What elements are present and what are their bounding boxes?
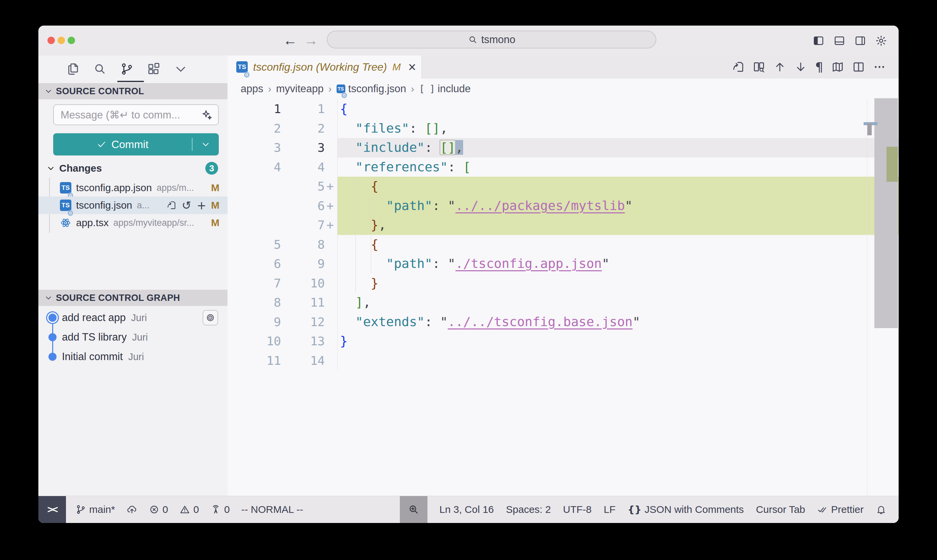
remote-indicator[interactable]: >< xyxy=(38,496,66,523)
scrollbar-thumb[interactable] xyxy=(874,98,898,328)
toggle-left-sidebar-icon[interactable] xyxy=(812,35,825,47)
code-text: } xyxy=(340,274,378,293)
minimize-window-button[interactable] xyxy=(58,37,65,44)
warning-icon xyxy=(179,504,190,515)
activity-bar-source-control-icon[interactable] xyxy=(120,62,134,76)
discard-icon[interactable]: ↺ xyxy=(182,200,191,211)
command-center-search[interactable]: tsmono xyxy=(327,31,656,48)
compare-editor-icon[interactable] xyxy=(752,61,765,73)
navigate-forward-button[interactable]: → xyxy=(304,32,318,48)
source-control-graph-header[interactable]: SOURCE CONTROL GRAPH xyxy=(38,290,228,306)
errors-status[interactable]: 0 xyxy=(149,504,168,515)
code-line-3[interactable]: 33 "include": [], xyxy=(228,138,899,157)
close-window-button[interactable] xyxy=(48,37,55,44)
code-line-12[interactable]: 912 "extends": "../../tsconfig.base.json… xyxy=(228,312,899,332)
file-name: tsconfig.json xyxy=(76,200,132,211)
breadcrumb-item-include[interactable]: [ ]include xyxy=(419,83,471,95)
code-line-4[interactable]: 44 "references": [ xyxy=(228,157,899,177)
overview-ruler-added-marker xyxy=(886,147,898,182)
code-line-5[interactable]: 5+ { xyxy=(228,177,899,196)
toggle-bottom-panel-icon[interactable] xyxy=(833,35,845,47)
new-line-number: 11 xyxy=(283,293,325,312)
cursor-tab-status[interactable]: Cursor Tab xyxy=(756,504,805,515)
formatter-status[interactable]: Prettier xyxy=(817,504,864,515)
sparkle-icon[interactable] xyxy=(201,109,213,120)
code-line-7[interactable]: 7+ }, xyxy=(228,215,899,235)
open-file-icon[interactable] xyxy=(166,200,176,210)
checkout-target-button[interactable] xyxy=(203,310,218,325)
open-file-icon[interactable] xyxy=(732,61,745,73)
old-line-number: 2 xyxy=(239,119,281,138)
stage-icon[interactable]: + xyxy=(197,200,207,211)
old-line-number: 8 xyxy=(239,293,281,312)
indent-guide xyxy=(371,196,371,273)
changes-count-badge: 3 xyxy=(205,162,218,175)
tab-close-button[interactable]: × xyxy=(408,60,416,74)
zoom-window-button[interactable] xyxy=(68,37,75,44)
code-line-2[interactable]: 22 "files": [], xyxy=(228,119,899,138)
new-line-number: 9 xyxy=(283,254,325,274)
changes-label: Changes xyxy=(59,163,102,174)
code-line-1[interactable]: 11{ xyxy=(228,99,899,119)
code-line-9[interactable]: 69 "path": "./tsconfig.app.json" xyxy=(228,254,899,274)
branch-status[interactable]: main* xyxy=(75,504,115,515)
commit-message-input[interactable]: Message (⌘↵ to comm... xyxy=(53,104,219,125)
commit-button[interactable]: Commit xyxy=(53,133,219,155)
code-line-11[interactable]: 811 ], xyxy=(228,293,899,312)
source-control-section-header[interactable]: SOURCE CONTROL xyxy=(38,83,228,99)
changes-section-header[interactable]: Changes 3 xyxy=(38,161,228,176)
code-line-14[interactable]: 1114 xyxy=(228,351,899,371)
added-line-plus: + xyxy=(326,196,334,216)
error-icon xyxy=(149,504,160,515)
breadcrumb-item-myviteapp[interactable]: myviteapp xyxy=(276,83,323,95)
breadcrumb-item-tsconfig.json[interactable]: TS⚙tsconfig.json xyxy=(337,83,406,95)
breadcrumb-item-apps[interactable]: apps xyxy=(241,83,263,95)
settings-gear-icon[interactable] xyxy=(875,35,887,47)
file-path: apps/m... xyxy=(157,183,206,193)
encoding-status[interactable]: UTF-8 xyxy=(563,504,592,515)
code-text: "files": [], xyxy=(340,119,448,138)
commit-row-1[interactable]: add react appJuri xyxy=(38,308,228,328)
warnings-status[interactable]: 0 xyxy=(179,504,199,515)
zoom-indicator[interactable] xyxy=(400,496,428,523)
vim-mode-status[interactable]: -- NORMAL -- xyxy=(241,504,303,515)
map-icon[interactable] xyxy=(831,61,844,73)
minimap-cursor-marker xyxy=(867,123,872,135)
navigate-back-button[interactable]: ← xyxy=(283,32,297,48)
code-line-6[interactable]: 6+ "path": "../../packages/mytslib" xyxy=(228,196,899,216)
cursor-position-status[interactable]: Ln 3, Col 16 xyxy=(440,504,494,515)
changes-file-row-app.tsx[interactable]: app.tsxapps/myviteapp/sr...M xyxy=(38,214,228,232)
code-text: "references": [ xyxy=(340,157,471,177)
file-name: tsconfig.app.json xyxy=(76,182,152,194)
activity-bar-search-icon[interactable] xyxy=(93,62,107,76)
previous-change-icon[interactable] xyxy=(774,61,786,73)
search-icon xyxy=(468,35,478,45)
language-status[interactable]: {}JSON with Comments xyxy=(628,504,744,515)
pilcrow-icon[interactable]: ¶ xyxy=(815,61,823,73)
line-background xyxy=(337,235,899,254)
split-editor-icon[interactable] xyxy=(852,61,865,73)
commit-dropdown-button[interactable] xyxy=(192,140,219,149)
next-change-icon[interactable] xyxy=(794,61,807,73)
ports-status[interactable]: 0 xyxy=(210,504,230,515)
notifications-bell[interactable] xyxy=(876,504,886,515)
code-line-10[interactable]: 710 } xyxy=(228,274,899,293)
commit-row-3[interactable]: Initial commitJuri xyxy=(38,347,228,366)
indentation-status[interactable]: Spaces: 2 xyxy=(506,504,551,515)
publish-status[interactable] xyxy=(126,504,137,515)
tsconfig-icon: TS⚙ xyxy=(337,85,345,93)
changes-file-row-tsconfig.json[interactable]: TS⚙tsconfig.jsona...↺+M xyxy=(38,197,228,214)
changes-file-row-tsconfig.app.json[interactable]: TS⚙tsconfig.app.jsonapps/m...M xyxy=(38,179,228,197)
activity-bar-files-icon[interactable] xyxy=(66,62,80,76)
more-actions-icon[interactable] xyxy=(873,61,886,73)
diff-editor[interactable]: 11{22 "files": [],33 "include": [],44 "r… xyxy=(228,99,899,370)
code-line-8[interactable]: 58 { xyxy=(228,235,899,254)
toggle-right-sidebar-icon[interactable] xyxy=(854,35,866,47)
tab-tsconfig-working-tree[interactable]: TS⚙ tsconfig.json (Working Tree) M × xyxy=(228,55,422,78)
commit-row-2[interactable]: add TS libraryJuri xyxy=(38,328,228,347)
code-line-13[interactable]: 1013} xyxy=(228,331,899,351)
eol-status[interactable]: LF xyxy=(604,504,615,515)
activity-bar-chevron-down-icon[interactable] xyxy=(174,62,188,76)
new-line-number: 12 xyxy=(283,312,325,332)
activity-bar-extensions-icon[interactable] xyxy=(147,62,161,76)
